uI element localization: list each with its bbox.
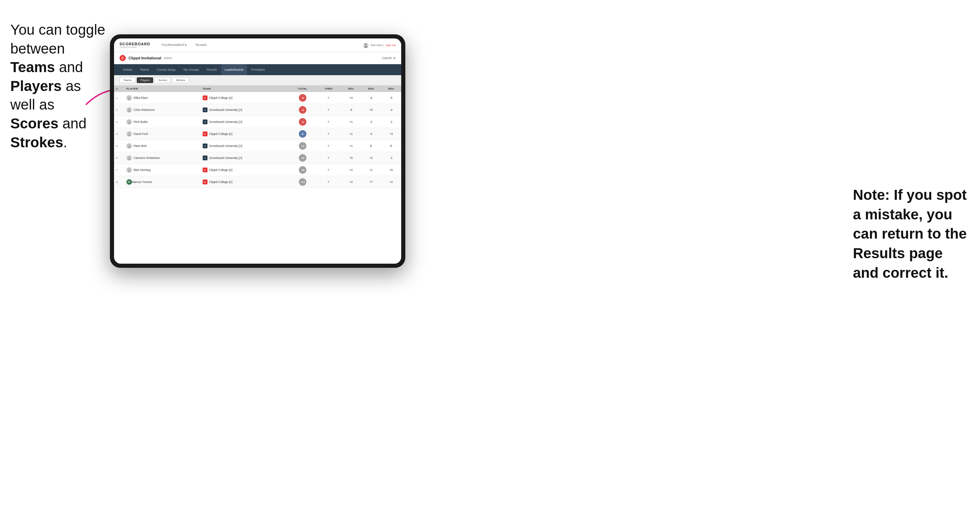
cell-player: Cameron Robertson [124, 152, 200, 164]
team-logo: ≡ [203, 119, 207, 124]
team-logo: ≡ [203, 143, 207, 148]
nav-teams[interactable]: TEAMS [191, 38, 211, 52]
tournament-header: C Clippd Invitational (Men) Cancel ✕ [114, 52, 401, 64]
team-name: Scoreboard University [A] [209, 120, 242, 124]
cell-total: E [289, 128, 317, 140]
cell-thru: F [317, 176, 341, 188]
col-rd2: RD2 [361, 86, 381, 92]
svg-point-8 [128, 122, 130, 124]
cell-total: -2 [289, 116, 317, 128]
team-name: Clippd College [A] [209, 168, 232, 171]
tab-course-setup[interactable]: Course Setup [153, 64, 179, 75]
table-row: 5 Rees Britt ≡ Scoreboard University [A]… [114, 140, 401, 152]
table-row: 8 MT Marcus Turners C Clippd College [A]… [114, 176, 401, 188]
toggle-players[interactable]: Players [137, 77, 154, 83]
cell-rank: 2 [114, 104, 124, 116]
table-row: 4 David Ford C Clippd College [A] E F +1… [114, 128, 401, 140]
cell-rank: 4 [114, 128, 124, 140]
score-badge: E [299, 130, 306, 138]
tablet-frame: SCOREBOARD Powered by clippd TOURNAMENTS… [110, 34, 405, 268]
score-badge: +1 [299, 142, 306, 150]
cell-rd3: +6 [381, 164, 401, 176]
cell-team: C Clippd College [A] [200, 92, 289, 104]
cell-rd3: E [381, 140, 401, 152]
cell-team: ≡ Scoreboard University [A] [200, 152, 289, 164]
player-avatar [126, 143, 132, 149]
cell-rank: 6 [114, 152, 124, 164]
tab-details[interactable]: Details [119, 64, 136, 75]
tab-printables[interactable]: Printables [248, 64, 268, 75]
team-logo: C [203, 168, 207, 172]
table-row: 1 Elliot Ebert C Clippd College [A] -8 F… [114, 92, 401, 104]
tournament-gender: (Men) [164, 56, 172, 60]
cell-rd1: -5 [341, 104, 361, 116]
team-name: Scoreboard University [A] [209, 108, 242, 111]
cell-rd1: +1 [341, 128, 361, 140]
toggle-scores[interactable]: Scores [154, 77, 171, 83]
table-row: 7 Blair McHarg C Clippd College [A] +8 F… [114, 164, 401, 176]
nav-tournaments[interactable]: TOURNAMENTS [157, 38, 191, 52]
cell-rd1: +5 [341, 152, 361, 164]
cell-total: -8 [289, 92, 317, 104]
player-name: Blair McHarg [134, 168, 150, 171]
cell-thru: F [317, 152, 341, 164]
team-name: Scoreboard University [A] [209, 144, 242, 148]
toggle-strokes[interactable]: Strokes [172, 77, 189, 83]
tab-tee-groups[interactable]: Tee Groups [180, 64, 203, 75]
cell-rd1: +2 [341, 176, 361, 188]
player-avatar [126, 119, 132, 125]
table-row: 2 Chris Robertson ≡ Scoreboard Universit… [114, 104, 401, 116]
cell-thru: F [317, 116, 341, 128]
col-thru: THRU [317, 86, 341, 92]
cell-total: +11 [289, 176, 317, 188]
cell-total: +6 [289, 152, 317, 164]
team-name: Clippd College [A] [209, 180, 232, 184]
player-avatar [126, 107, 132, 113]
player-name: David Ford [134, 132, 148, 136]
cell-rank: 7 [114, 164, 124, 176]
player-name: Elliot Ebert [134, 96, 148, 100]
teams-bold: Teams [10, 59, 55, 75]
nav-right: Test User | Sign out [363, 43, 396, 48]
svg-point-4 [128, 98, 130, 100]
sub-nav: Details Teams Course Setup Tee Groups Re… [114, 64, 401, 75]
cell-player: Rees Britt [124, 140, 200, 152]
col-rd1: RD1 [341, 86, 361, 92]
svg-point-15 [129, 168, 130, 170]
player-name: Rees Britt [134, 144, 146, 148]
tab-results[interactable]: Results [204, 64, 221, 75]
cell-thru: F [317, 104, 341, 116]
cell-team: ≡ Scoreboard University [A] [200, 104, 289, 116]
cell-player: Chris Robertson [124, 104, 200, 116]
cell-rank: 5 [114, 140, 124, 152]
logo-sub: Powered by clippd [119, 46, 150, 48]
tab-leaderboards[interactable]: Leaderboards [221, 64, 247, 75]
scores-bold: Scores [10, 115, 58, 132]
cell-rd2: -2 [361, 116, 381, 128]
team-logo: ≡ [203, 108, 207, 112]
toggle-teams[interactable]: Teams [119, 77, 135, 83]
svg-point-11 [129, 144, 130, 146]
player-avatar [126, 155, 132, 161]
table-row: 6 Cameron Robertson ≡ Scoreboard Univers… [114, 152, 401, 164]
tab-teams[interactable]: Teams [137, 64, 153, 75]
cell-rd2: -6 [361, 92, 381, 104]
tournament-name: Clippd Invitational [129, 56, 161, 60]
cell-total: +1 [289, 140, 317, 152]
cell-rd2: -4 [361, 128, 381, 140]
cell-team: ≡ Scoreboard University [A] [200, 140, 289, 152]
cell-player: Blair McHarg [124, 164, 200, 176]
svg-point-2 [364, 46, 368, 48]
score-badge: -8 [299, 94, 306, 102]
scoreboard-logo: SCOREBOARD Powered by clippd [119, 42, 150, 48]
score-badge: -4 [299, 106, 306, 114]
user-label: Test User | [371, 44, 384, 47]
sign-out-link[interactable]: Sign out [386, 44, 396, 47]
cell-rd3: -5 [381, 92, 401, 104]
cell-thru: F [317, 164, 341, 176]
cell-player: Rich Butler [124, 116, 200, 128]
cell-rank: 8 [114, 176, 124, 188]
cancel-button[interactable]: Cancel ✕ [382, 56, 396, 60]
cell-rd3: -1 [381, 152, 401, 164]
svg-point-16 [128, 171, 130, 172]
